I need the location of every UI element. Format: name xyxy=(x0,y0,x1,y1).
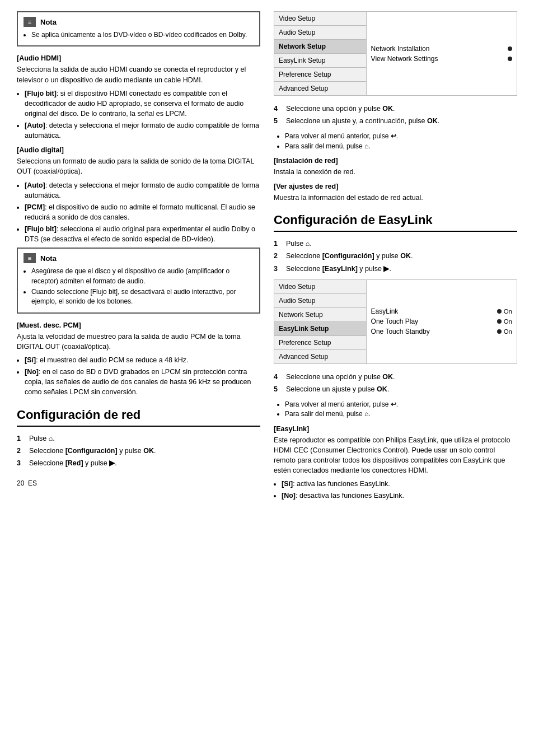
menu-left-preference: Preference Setup xyxy=(274,68,367,82)
note-header-2: ≡ Nota xyxy=(24,253,254,263)
step-net-4: 4 Seleccione una opción y pulse OK. xyxy=(274,104,517,114)
easylink-menu-table: Video Setup EasyLink On One Touch Play xyxy=(274,279,517,364)
menu-left-network-active: Network Setup xyxy=(274,40,367,54)
step-net-5: 5 Seleccione un ajuste y, a continuación… xyxy=(274,116,517,126)
onetouch-play-on: On xyxy=(497,318,512,325)
config-easylink-title: Configuración de EasyLink xyxy=(274,213,517,232)
el-menu-right-onetouch-standby: One Touch Standby On xyxy=(371,326,512,337)
note-icon-2: ≡ xyxy=(24,253,36,263)
audio-digital-b1: [PCM]: el dispositivo de audio no admite… xyxy=(25,202,260,222)
easylink-dot xyxy=(497,309,502,314)
easylink-sub-bullets: Para volver al menú anterior, pulse ↩. P… xyxy=(274,400,517,419)
el-menu-row-video: Video Setup EasyLink On One Touch Play xyxy=(274,279,517,293)
el-menu-right-easylink: EasyLink On xyxy=(371,306,512,316)
page-num-value: 20 xyxy=(17,479,24,487)
view-network-label: View Network Settings xyxy=(371,55,438,63)
easylink-desc-bullets: [Sí]: activa las funciones EasyLink. [No… xyxy=(274,479,517,501)
step-el-5: 5 Seleccione un ajuste y pulse OK. xyxy=(274,384,517,394)
audio-hdmi-text: Selecciona la salida de audio HDMI cuand… xyxy=(17,64,260,85)
el-menu-left-audio: Audio Setup xyxy=(274,293,367,307)
audio-hdmi-bullets: [Flujo bit]: si el dispositivo HDMI cone… xyxy=(17,88,260,141)
step-el-4: 4 Seleccione una opción y pulse OK. xyxy=(274,372,517,382)
menu-right-view-network: View Network Settings xyxy=(371,54,512,64)
network-sub-b1: Para salir del menú, pulse ⌂. xyxy=(285,142,517,151)
el-menu-right: EasyLink On One Touch Play On xyxy=(366,279,517,363)
note-box-1: ≡ Nota Se aplica únicamente a los DVD-ví… xyxy=(17,11,260,46)
network-sub-b0: Para volver al menú anterior, pulse ↩. xyxy=(285,132,517,141)
el-menu-right-onetouch-play: One Touch Play On xyxy=(371,316,512,326)
audio-digital-b0: [Auto]: detecta y selecciona el mejor fo… xyxy=(25,180,260,200)
onetouch-play-label: One Touch Play xyxy=(371,318,419,325)
menu-right-network-installation: Network Installation xyxy=(371,44,512,54)
page-number: 20 ES xyxy=(17,479,260,487)
network-steps-4-5: 4 Seleccione una opción y pulse OK. 5 Se… xyxy=(274,104,517,126)
step-el-1: 1 Pulse ⌂. xyxy=(274,239,517,249)
menu-left-video: Video Setup xyxy=(274,12,367,26)
easylink-steps-45: 4 Seleccione una opción y pulse OK. 5 Se… xyxy=(274,372,517,394)
page-lang: ES xyxy=(28,479,37,487)
muest-text: Ajusta la velocidad de muestreo para la … xyxy=(17,332,260,352)
easylink-steps-123: 1 Pulse ⌂. 2 Seleccione [Configuración] … xyxy=(274,239,517,273)
network-installation-label: Network Installation xyxy=(371,45,430,53)
menu-left-advanced: Advanced Setup xyxy=(274,82,367,96)
instalacion-heading: [Instalación de red] xyxy=(274,157,517,165)
easylink-sub-b0: Para volver al menú anterior, pulse ↩. xyxy=(285,400,517,409)
easylink-desc-b0: [Sí]: activa las funciones EasyLink. xyxy=(282,479,517,489)
easylink-desc-b1: [No]: desactiva las funciones EasyLink. xyxy=(282,491,517,501)
easylink-sub-b1: Para salir del menú, pulse ⌂. xyxy=(285,409,517,419)
audio-hdmi-b0: [Flujo bit]: si el dispositivo HDMI cone… xyxy=(25,88,260,119)
note-label-2: Nota xyxy=(40,254,57,263)
el-menu-left-network: Network Setup xyxy=(274,307,367,321)
step-red-1: 1 Pulse ⌂. xyxy=(17,433,260,444)
network-menu-table: Video Setup Network Installation View Ne… xyxy=(274,11,517,96)
instalacion-text: Instala la conexión de red. xyxy=(274,167,517,177)
el-menu-left-easylink-active: EasyLink Setup xyxy=(274,321,367,335)
note-list-1: Se aplica únicamente a los DVD-vídeo o B… xyxy=(24,30,254,40)
note-header-1: ≡ Nota xyxy=(24,17,254,27)
left-column: ≡ Nota Se aplica únicamente a los DVD-ví… xyxy=(17,11,260,504)
step-red-2: 2 Seleccione [Configuración] y pulse OK. xyxy=(17,446,260,456)
audio-digital-b2: [Flujo bit]: selecciona el audio origina… xyxy=(25,224,260,244)
note-item-2-0: Asegúrese de que el disco y el dispositi… xyxy=(31,267,254,286)
note-item-2-1: Cuando seleccione [Flujo bit], se desact… xyxy=(31,287,254,307)
audio-digital-bullets: [Auto]: detecta y selecciona el mejor fo… xyxy=(17,180,260,245)
config-red-title: Configuración de red xyxy=(17,408,260,427)
ver-ajustes-text: Muestra la información del estado de red… xyxy=(274,193,517,203)
el-menu-left-preference: Preference Setup xyxy=(274,335,367,349)
muest-heading: [Muest. desc. PCM] xyxy=(17,321,260,329)
muest-b0: [Sí]: el muestreo del audio PCM se reduc… xyxy=(25,355,260,365)
config-red-steps: 1 Pulse ⌂. 2 Seleccione [Configuración] … xyxy=(17,433,260,468)
network-sub-bullets: Para volver al menú anterior, pulse ↩. P… xyxy=(274,132,517,151)
onetouch-standby-dot xyxy=(497,329,502,334)
audio-hdmi-b1: [Auto]: detecta y selecciona el mejor fo… xyxy=(25,120,260,141)
muest-bullets: [Sí]: el muestreo del audio PCM se reduc… xyxy=(17,355,260,398)
audio-digital-text: Selecciona un formato de audio para la s… xyxy=(17,156,260,176)
muest-b1: [No]: en el caso de BD o DVD grabados en… xyxy=(25,367,260,397)
note-label-1: Nota xyxy=(40,18,57,26)
el-menu-left-advanced: Advanced Setup xyxy=(274,349,367,363)
audio-digital-heading: [Audio digital] xyxy=(17,146,260,154)
note-item-1-0: Se aplica únicamente a los DVD-vídeo o B… xyxy=(31,30,254,40)
menu-right-top: Network Installation View Network Settin… xyxy=(366,12,517,96)
step-el-2: 2 Seleccione [Configuración] y pulse OK. xyxy=(274,251,517,261)
easylink-on: On xyxy=(497,307,512,315)
note-box-2: ≡ Nota Asegúrese de que el disco y el di… xyxy=(17,248,260,314)
view-network-dot xyxy=(508,57,512,61)
easylink-desc-heading: [EasyLink] xyxy=(274,425,517,433)
easylink-label: EasyLink xyxy=(371,307,399,315)
easylink-desc-text: Este reproductor es compatible con Phili… xyxy=(274,435,517,476)
ver-ajustes-heading: [Ver ajustes de red] xyxy=(274,183,517,190)
network-installation-dot xyxy=(508,46,512,51)
menu-row-video: Video Setup Network Installation View Ne… xyxy=(274,12,517,26)
step-el-3: 3 Seleccione [EasyLink] y pulse ▶. xyxy=(274,264,517,274)
right-column: Video Setup Network Installation View Ne… xyxy=(274,11,517,504)
menu-left-audio: Audio Setup xyxy=(274,26,367,40)
audio-hdmi-heading: [Audio HDMI] xyxy=(17,54,260,62)
menu-left-easylink: EasyLink Setup xyxy=(274,54,367,68)
note-icon-1: ≡ xyxy=(24,17,36,27)
el-menu-left-video: Video Setup xyxy=(274,279,367,293)
step-red-3: 3 Seleccione [Red] y pulse ▶. xyxy=(17,458,260,468)
onetouch-standby-on: On xyxy=(497,328,512,335)
onetouch-play-dot xyxy=(497,319,502,324)
note-list-2: Asegúrese de que el disco y el dispositi… xyxy=(24,267,254,307)
